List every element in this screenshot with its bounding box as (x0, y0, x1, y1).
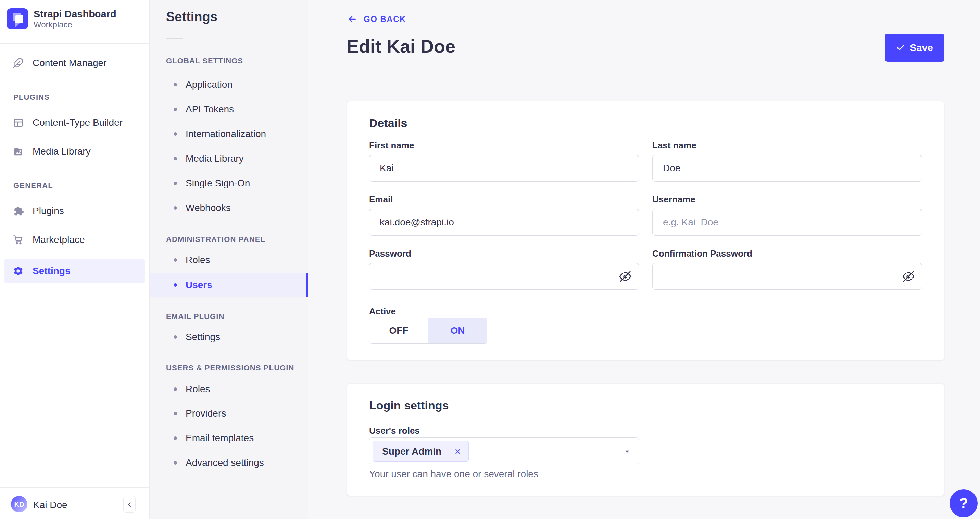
first-name-input[interactable] (369, 155, 639, 181)
eye-off-icon (903, 271, 914, 282)
role-tag-label: Super Admin (382, 446, 441, 457)
remove-role-button[interactable] (453, 446, 463, 457)
bullet-icon (173, 412, 177, 415)
sidebar-item-plugins[interactable]: Plugins (4, 200, 145, 222)
question-mark-label: ? (959, 495, 968, 511)
subnav-item-internationalization[interactable]: Internationalization (150, 124, 308, 143)
save-label: Save (910, 42, 933, 53)
subnav-item-up-roles[interactable]: Roles (150, 380, 308, 399)
sidebar-item-marketplace[interactable]: Marketplace (4, 229, 145, 251)
subnav-item-single-sign-on[interactable]: Single Sign-On (150, 174, 308, 193)
bullet-icon (173, 157, 177, 160)
login-settings-heading: Login settings (369, 399, 449, 412)
subnav-item-application[interactable]: Application (150, 75, 308, 94)
sidebar-section-plugins: PLUGINS (13, 93, 50, 102)
save-button[interactable]: Save (885, 33, 944, 62)
cart-icon (13, 234, 24, 245)
main-sidebar: Strapi Dashboard Workplace Content Manag… (0, 0, 150, 519)
subnav-item-webhooks[interactable]: Webhooks (150, 198, 308, 218)
puzzle-icon (13, 205, 24, 217)
subnav-section-global-settings: GLOBAL SETTINGS (166, 57, 243, 65)
feather-icon (13, 57, 24, 68)
sidebar-item-label: Marketplace (33, 234, 85, 245)
sidebar-item-label: Media Library (33, 146, 91, 157)
sidebar-item-label: Content-Type Builder (33, 117, 123, 128)
subnav-item-email-templates[interactable]: Email templates (150, 428, 308, 448)
bullet-icon (173, 132, 177, 136)
subnav-item-admin-users[interactable]: Users (150, 273, 308, 297)
workspace-text: Strapi Dashboard Workplace (33, 8, 116, 29)
confirmation-password-label: Confirmation Password (652, 248, 752, 259)
subnav-section-users-permissions-plugin: USERS & PERMISSIONS PLUGIN (166, 363, 294, 373)
first-name-label: First name (369, 140, 414, 151)
active-toggle-on[interactable]: ON (428, 318, 487, 343)
bullet-icon (173, 283, 177, 287)
sidebar-item-content-manager[interactable]: Content Manager (4, 52, 145, 74)
go-back-link[interactable]: GO BACK (347, 14, 406, 24)
bullet-icon (173, 108, 177, 111)
divider (0, 43, 149, 43)
user-roles-label: User's roles (369, 425, 420, 436)
user-roles-hint: Your user can have one or several roles (369, 469, 538, 479)
subnav-section-administration-panel: ADMINISTRATION PANEL (166, 235, 266, 244)
active-label: Active (369, 306, 396, 317)
subnav-item-api-tokens[interactable]: API Tokens (150, 100, 308, 119)
sidebar-item-label: Plugins (33, 205, 64, 217)
subnav-item-advanced-settings[interactable]: Advanced settings (150, 453, 308, 473)
layout-icon (13, 117, 24, 128)
go-back-label: GO BACK (364, 14, 406, 24)
subnav-title: Settings (166, 10, 218, 24)
page-title: Edit Kai Doe (347, 36, 455, 57)
picture-icon (13, 146, 24, 157)
avatar[interactable]: KD (11, 496, 27, 513)
subnav-item-email-settings[interactable]: Settings (150, 328, 308, 347)
user-roles-select[interactable]: Super Admin (369, 438, 639, 465)
sidebar-section-general: GENERAL (13, 181, 53, 190)
active-toggle: OFF ON (369, 318, 487, 344)
sidebar-item-label: Content Manager (33, 57, 107, 68)
email-label: Email (369, 194, 393, 205)
help-button[interactable]: ? (950, 489, 978, 517)
toggle-password-visibility-button[interactable] (618, 269, 633, 284)
active-toggle-off[interactable]: OFF (369, 318, 428, 343)
sidebar-item-settings[interactable]: Settings (4, 259, 145, 283)
login-settings-card: Login settings User's roles Super Admin … (347, 384, 944, 496)
strapi-logo-icon (7, 8, 28, 29)
details-card: Details First name Last name Email Usern… (347, 101, 944, 360)
bullet-icon (173, 436, 177, 440)
password-label: Password (369, 248, 411, 259)
arrow-left-icon (347, 15, 358, 24)
subnav-item-providers[interactable]: Providers (150, 404, 308, 423)
subnav-section-email-plugin: EMAIL PLUGIN (166, 312, 224, 321)
email-input[interactable] (369, 209, 639, 236)
subnav-item-media-library[interactable]: Media Library (150, 149, 308, 168)
bullet-icon (173, 461, 177, 465)
divider (166, 38, 183, 39)
subnav-item-admin-roles[interactable]: Roles (150, 250, 308, 270)
user-name: Kai Doe (33, 500, 67, 510)
workspace-name: Workplace (33, 20, 116, 29)
check-icon (896, 43, 905, 52)
sidebar-item-media-library[interactable]: Media Library (4, 140, 145, 162)
last-name-input[interactable] (652, 155, 922, 181)
bullet-icon (173, 258, 177, 262)
close-icon (454, 448, 461, 455)
last-name-label: Last name (652, 140, 697, 151)
workspace-switcher[interactable]: Strapi Dashboard Workplace (7, 8, 116, 29)
eye-off-icon (619, 271, 631, 282)
details-heading: Details (369, 116, 407, 130)
chevron-left-icon (126, 501, 133, 508)
bullet-icon (173, 387, 177, 391)
main-content: GO BACK Edit Kai Doe Save Details First … (308, 0, 980, 519)
sidebar-item-content-type-builder[interactable]: Content-Type Builder (4, 112, 145, 134)
password-input[interactable] (369, 263, 639, 290)
confirmation-password-input[interactable] (652, 263, 922, 290)
bullet-icon (173, 83, 177, 86)
username-input[interactable] (652, 209, 922, 236)
bullet-icon (173, 206, 177, 210)
gear-icon (13, 266, 24, 277)
sidebar-item-label: Settings (33, 266, 70, 277)
role-tag-super-admin: Super Admin (373, 441, 469, 462)
collapse-sidebar-button[interactable] (123, 496, 135, 513)
toggle-confirmation-visibility-button[interactable] (901, 269, 916, 284)
